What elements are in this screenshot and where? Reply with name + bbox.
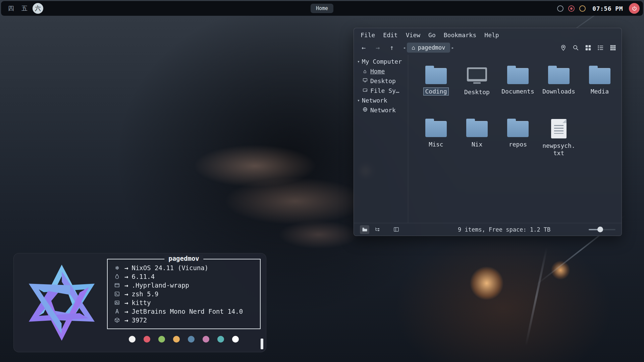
sidebar-group-my-computer[interactable]: ▾ My Computer bbox=[357, 57, 408, 66]
arrow-icon: → bbox=[124, 282, 128, 289]
file-item-label: Downloads bbox=[541, 87, 577, 96]
palette-dot bbox=[188, 336, 195, 343]
file-item-documents[interactable]: Documents bbox=[497, 61, 538, 112]
system-info-rows: ❄ → NixOS 24.11 (Vicuna) → 6.11.4 bbox=[108, 259, 260, 324]
sidebar-item-network[interactable]: Network bbox=[357, 105, 408, 115]
drive-icon bbox=[362, 87, 368, 94]
forward-button[interactable]: → bbox=[373, 44, 382, 52]
places-pane-toggle[interactable] bbox=[360, 225, 369, 234]
tray-circle-icon-2[interactable] bbox=[579, 5, 586, 12]
palette-dot bbox=[144, 336, 150, 343]
location-pin-icon[interactable] bbox=[560, 45, 567, 51]
top-bar-right: 07:56 PM bbox=[557, 3, 640, 14]
palette-dot bbox=[173, 336, 180, 343]
palette-dot bbox=[217, 336, 224, 343]
breadcrumb-path-label: pagedmov bbox=[418, 44, 445, 51]
sidebar-group-network[interactable]: ▾ Network bbox=[357, 96, 408, 105]
shell-icon bbox=[113, 291, 121, 297]
file-item-label: Media bbox=[589, 87, 610, 96]
file-item-repos[interactable]: repos bbox=[497, 114, 538, 165]
tree-pane-toggle[interactable] bbox=[373, 225, 382, 234]
font-value: JetBrains Mono Nerd Font 14.0 bbox=[131, 308, 243, 315]
thumbnail-view-icon[interactable] bbox=[610, 45, 616, 51]
file-item-label: Misc bbox=[427, 140, 445, 148]
info-row-shell: → zsh 5.9 bbox=[113, 290, 255, 298]
os-value: NixOS 24.11 (Vicuna) bbox=[131, 264, 208, 272]
font-icon: A bbox=[113, 308, 121, 315]
menu-help[interactable]: Help bbox=[484, 32, 499, 39]
zoom-slider[interactable] bbox=[589, 229, 615, 230]
sidebar-item-home[interactable]: ⌂ Home bbox=[357, 66, 408, 76]
file-item-misc[interactable]: Misc bbox=[416, 114, 457, 165]
home-icon: ⌂ bbox=[412, 44, 415, 51]
terminal-value: kitty bbox=[131, 299, 151, 306]
breadcrumb-next-icon[interactable]: ▸ bbox=[451, 45, 454, 50]
compact-list-view-icon[interactable] bbox=[597, 45, 604, 51]
wm-value: .Hyprland-wrapp bbox=[131, 282, 189, 289]
packages-value: 3972 bbox=[131, 316, 147, 324]
up-button[interactable]: ↑ bbox=[387, 44, 396, 52]
sidebar-item-desktop[interactable]: Desktop bbox=[357, 76, 408, 86]
icon-view-icon[interactable] bbox=[585, 45, 591, 51]
sidebar-item-label: Network bbox=[370, 107, 396, 114]
menu-bar: File Edit View Go Bookmarks Help bbox=[354, 28, 622, 41]
cursor-bar bbox=[261, 339, 263, 349]
file-item-coding[interactable]: Coding bbox=[416, 61, 457, 112]
workspace-switcher: 四 五 六 bbox=[6, 3, 43, 14]
active-window-title[interactable]: Home bbox=[311, 4, 333, 13]
info-row-font: A → JetBrains Mono Nerd Font 14.0 bbox=[113, 307, 255, 315]
power-button[interactable] bbox=[629, 3, 640, 14]
top-bar: 四 五 六 Home 07:56 PM bbox=[1, 1, 643, 16]
folder-icon bbox=[425, 121, 447, 137]
menu-view[interactable]: View bbox=[406, 32, 420, 39]
chevron-down-icon[interactable]: ▾ bbox=[357, 59, 360, 64]
menu-go[interactable]: Go bbox=[428, 32, 436, 39]
nixos-logo bbox=[20, 261, 104, 345]
file-item-label: Coding bbox=[423, 87, 448, 96]
packages-icon bbox=[113, 317, 121, 323]
file-item-label: newpsych.txt bbox=[540, 142, 578, 157]
workspace-6-active[interactable]: 六 bbox=[33, 3, 43, 14]
sidebar-item-label: File Sy… bbox=[370, 87, 399, 94]
info-row-os: ❄ → NixOS 24.11 (Vicuna) bbox=[113, 263, 255, 272]
desktop-icon bbox=[362, 78, 368, 84]
file-view[interactable]: Coding Desktop Documents Downloads bbox=[408, 55, 622, 223]
back-button[interactable]: ← bbox=[359, 44, 368, 52]
file-item-downloads[interactable]: Downloads bbox=[538, 61, 579, 112]
toolbar-right bbox=[560, 45, 616, 51]
info-row-packages: → 3972 bbox=[113, 316, 255, 324]
file-item-newpsych-txt[interactable]: newpsych.txt bbox=[538, 114, 579, 165]
breadcrumb-segment-home[interactable]: ⌂ pagedmov bbox=[407, 43, 450, 53]
folder-icon bbox=[425, 68, 447, 84]
file-item-media[interactable]: Media bbox=[579, 61, 620, 112]
places-sidebar: ▾ My Computer ⌂ Home Desktop bbox=[354, 55, 408, 223]
zoom-slider-knob[interactable] bbox=[597, 227, 603, 232]
tray-circle-icon[interactable] bbox=[557, 5, 564, 12]
active-window-title-wrap: Home bbox=[311, 4, 333, 13]
file-manager-body: ▾ My Computer ⌂ Home Desktop bbox=[354, 55, 622, 223]
search-icon[interactable] bbox=[573, 45, 579, 51]
menu-edit[interactable]: Edit bbox=[383, 32, 397, 39]
breadcrumb-prev-icon[interactable]: ◂ bbox=[403, 45, 406, 50]
sidebar-group-label: My Computer bbox=[362, 58, 402, 65]
file-item-nix[interactable]: Nix bbox=[457, 114, 497, 165]
wm-icon bbox=[113, 283, 121, 288]
chevron-down-icon[interactable]: ▾ bbox=[357, 98, 360, 103]
home-icon: ⌂ bbox=[362, 68, 368, 74]
menu-file[interactable]: File bbox=[361, 32, 375, 39]
sidebar-item-file-system[interactable]: File Sy… bbox=[357, 86, 408, 96]
split-view-toggle[interactable] bbox=[391, 225, 401, 234]
tray-record-icon[interactable] bbox=[568, 5, 575, 12]
terminal-icon bbox=[113, 300, 121, 305]
folder-icon bbox=[548, 68, 570, 84]
palette-dot bbox=[203, 336, 209, 343]
arrow-icon: → bbox=[124, 308, 128, 315]
info-row-kernel: → 6.11.4 bbox=[113, 272, 255, 281]
palette-dot bbox=[232, 336, 239, 343]
clock: 07:56 PM bbox=[592, 5, 623, 12]
power-icon bbox=[632, 6, 637, 11]
file-item-desktop[interactable]: Desktop bbox=[457, 61, 497, 112]
menu-bookmarks[interactable]: Bookmarks bbox=[444, 32, 477, 39]
workspace-4[interactable]: 四 bbox=[6, 3, 16, 14]
workspace-5[interactable]: 五 bbox=[19, 3, 30, 14]
